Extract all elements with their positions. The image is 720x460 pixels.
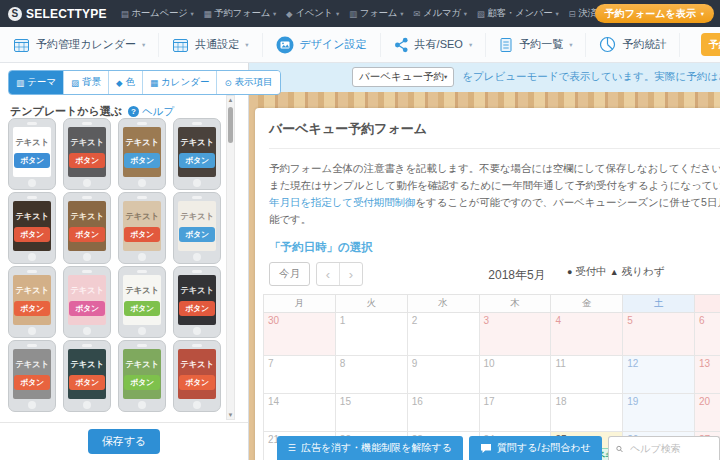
calendar-day-20[interactable]: 20: [695, 394, 720, 432]
tab-display-items[interactable]: ⊙ 表示項目: [216, 71, 279, 94]
template-item-16[interactable]: テキストボタン: [173, 340, 221, 412]
nav-item-homepage[interactable]: ▤ ホームページ ▾: [121, 7, 194, 20]
scroll-up-icon[interactable]: ▲: [227, 97, 234, 103]
calendar-day-11[interactable]: 11: [551, 356, 623, 394]
toolbar-item-reservation-calendar[interactable]: 予約管理カレンダー ▾: [0, 33, 159, 57]
template-text-sample: テキスト: [15, 359, 49, 371]
calendar-day-18[interactable]: 18: [551, 394, 623, 432]
template-item-5[interactable]: テキストボタン: [8, 192, 56, 264]
calendar-day-1[interactable]: 1: [335, 313, 407, 356]
template-thumbnail: テキストボタン: [68, 201, 106, 251]
template-text-sample: テキスト: [125, 137, 159, 149]
help-search-input[interactable]: [628, 442, 712, 455]
period-control-link[interactable]: 年月日を指定して受付期間制御: [269, 196, 415, 208]
scroll-down-icon[interactable]: ▼: [227, 412, 234, 418]
calendar-day-17[interactable]: 17: [479, 394, 551, 432]
calendar-day-10[interactable]: 10: [479, 356, 551, 394]
toolbar-item-share-seo[interactable]: 共有/SEO ▾: [381, 33, 487, 57]
calendar-day-8[interactable]: 8: [335, 356, 407, 394]
show-booking-form-button[interactable]: 予約フォームを表示 ▾: [595, 4, 714, 23]
toolbar-item-reservation-list[interactable]: 予約一覧 ▾: [486, 33, 586, 57]
help-link[interactable]: ? ヘルプ: [128, 105, 174, 119]
panel-scrollbar[interactable]: ▲ ▼: [226, 95, 235, 420]
datetime-section-label: 「予約日時」の選択: [269, 240, 720, 255]
sub-toolbar: 予約管理カレンダー ▾ 共通設定 ▾ デザイン設定 共有/SEO ▾ 予約一覧 …: [0, 27, 720, 63]
remove-ads-button[interactable]: ☰ 広告を消す・機能制限を解除する: [277, 436, 463, 460]
calendar-day-2[interactable]: 2: [407, 313, 479, 356]
toolbar-item-reservation-stats[interactable]: 予約統計: [586, 33, 680, 57]
save-button[interactable]: 保存する: [88, 429, 161, 454]
tab-background[interactable]: ▨ 背景: [63, 71, 108, 94]
calendar-day-30[interactable]: 30: [264, 313, 336, 356]
template-item-9[interactable]: テキストボタン: [8, 266, 56, 338]
chevron-down-icon: ▾: [245, 41, 248, 49]
nav-label: ホームページ: [131, 7, 187, 20]
calendar-weekday-header: 日: [695, 295, 720, 313]
template-item-12[interactable]: テキストボタン: [173, 266, 221, 338]
template-item-13[interactable]: テキストボタン: [8, 340, 56, 412]
template-item-8[interactable]: テキストボタン: [173, 192, 221, 264]
calendar-day-5[interactable]: 5: [623, 313, 695, 356]
contact-label: 質問する/お問合わせ: [497, 441, 591, 455]
template-button-sample: ボタン: [124, 375, 160, 390]
day-number: 1: [340, 315, 405, 326]
remove-ads-label: 広告を消す・機能制限を解除する: [301, 441, 452, 455]
template-item-3[interactable]: テキストボタン: [118, 118, 166, 190]
calendar-day-15[interactable]: 15: [335, 394, 407, 432]
prev-month-button[interactable]: ‹: [317, 263, 339, 285]
form-notice-paragraph: 予約フォーム全体の注意書きを記載します。不要な場合には空欄にして保存しなおしてく…: [269, 160, 720, 228]
chevron-down-icon: ▾: [569, 41, 572, 49]
template-item-10[interactable]: テキストボタン: [63, 266, 111, 338]
nav-item-mail-magazine[interactable]: ✉ メルマガ ▾: [413, 7, 467, 20]
tab-theme[interactable]: ▥ テーマ: [9, 71, 63, 94]
help-icon: ?: [128, 106, 139, 117]
day-number: 7: [268, 358, 333, 369]
calendar-day-14[interactable]: 14: [264, 394, 336, 432]
template-thumbnail: テキストボタン: [13, 201, 51, 251]
calendar-day-19[interactable]: 19: [623, 394, 695, 432]
template-item-15[interactable]: テキストボタン: [118, 340, 166, 412]
tab-calendar[interactable]: ▦ カレンダー: [142, 71, 216, 94]
calendar-day-16[interactable]: 16: [407, 394, 479, 432]
template-item-6[interactable]: テキストボタン: [63, 192, 111, 264]
calendar-day-13[interactable]: 13: [695, 356, 720, 394]
form-selector-dropdown[interactable]: バーベキュー予約 ▾: [352, 67, 454, 87]
toolbar-item-common-settings[interactable]: 共通設定 ▾: [159, 33, 262, 57]
template-thumbnail: テキストボタン: [123, 275, 161, 325]
template-item-7[interactable]: テキストボタン: [118, 192, 166, 264]
toolbar-item-design-settings[interactable]: デザイン設定: [263, 33, 381, 57]
template-thumbnail: テキストボタン: [178, 275, 216, 325]
template-thumbnail: テキストボタン: [123, 201, 161, 251]
template-button-sample: ボタン: [179, 227, 215, 242]
partial-booking-button[interactable]: 予約: [701, 33, 720, 56]
nav-item-booking-form[interactable]: ▦ 予約フォーム ▾: [203, 7, 276, 20]
calendar-day-7[interactable]: 7: [264, 356, 336, 394]
calendar-day-9[interactable]: 9: [407, 356, 479, 394]
next-month-button[interactable]: ›: [339, 263, 362, 285]
template-item-2[interactable]: テキストボタン: [63, 118, 111, 190]
calendar-weekday-header: 木: [479, 295, 551, 313]
template-item-1[interactable]: テキストボタン: [8, 118, 56, 190]
tab-color[interactable]: ◆ 色: [108, 71, 142, 94]
mail-icon: ✉: [413, 9, 420, 19]
scrollbar-thumb[interactable]: [228, 107, 233, 143]
template-item-4[interactable]: テキストボタン: [173, 118, 221, 190]
day-number: 4: [555, 315, 620, 326]
template-item-11[interactable]: テキストボタン: [118, 266, 166, 338]
calendar-day-12[interactable]: 12: [623, 356, 695, 394]
nav-item-customers-members[interactable]: ▧ 顧客・メンバー ▾: [477, 7, 559, 20]
accepting-dot-icon: ●: [567, 267, 572, 277]
calendar-day-6[interactable]: 6: [695, 313, 720, 356]
template-item-14[interactable]: テキストボタン: [63, 340, 111, 412]
this-month-button[interactable]: 今月: [269, 262, 310, 286]
help-search-box[interactable]: [608, 436, 720, 460]
contact-button[interactable]: 質問する/お問合わせ: [469, 436, 602, 460]
nav-item-form[interactable]: ▥ フォーム ▾: [349, 7, 403, 20]
calendar-day-4[interactable]: 4: [551, 313, 623, 356]
selecttype-logo[interactable]: S SELECTTYPE: [8, 7, 107, 21]
template-thumbnail: テキストボタン: [123, 349, 161, 399]
nav-item-event[interactable]: ◆ イベント ▾: [286, 7, 339, 20]
toolbar-label: デザイン設定: [300, 37, 367, 52]
calendar-day-3[interactable]: 3: [479, 313, 551, 356]
day-number: 6: [699, 315, 720, 326]
